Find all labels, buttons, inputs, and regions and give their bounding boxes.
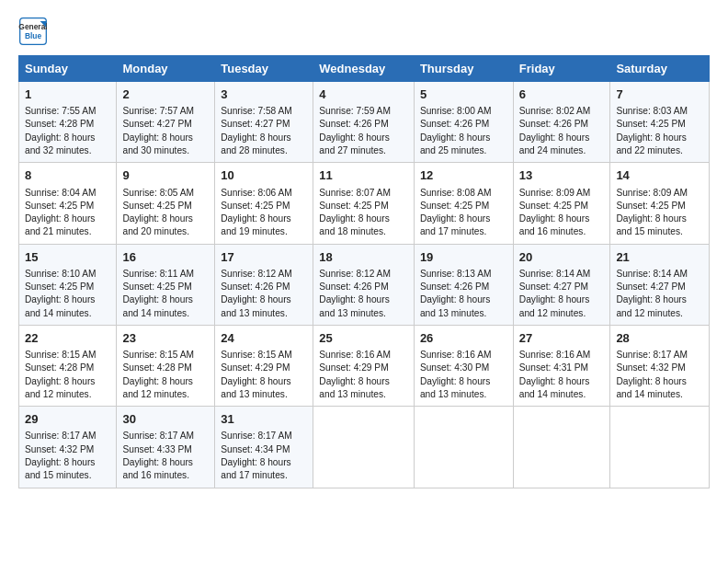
calendar-cell: 31Sunrise: 8:17 AMSunset: 4:34 PMDayligh…: [215, 407, 313, 488]
calendar-header-row: SundayMondayTuesdayWednesdayThursdayFrid…: [19, 56, 710, 82]
day-number: 17: [221, 249, 307, 266]
cell-text-line: Sunset: 4:27 PM: [519, 281, 605, 293]
cell-text-line: Sunrise: 8:15 AM: [221, 349, 307, 362]
cell-text-line: and 16 minutes.: [519, 225, 605, 238]
svg-text:Blue: Blue: [25, 31, 42, 40]
cell-text-line: Daylight: 8 hours: [122, 132, 209, 144]
cell-text-line: Sunrise: 8:10 AM: [25, 268, 110, 281]
day-number: 16: [122, 249, 209, 266]
day-number: 29: [25, 411, 110, 428]
day-number: 21: [616, 249, 703, 266]
calendar-week-row: 8Sunrise: 8:04 AMSunset: 4:25 PMDaylight…: [19, 163, 710, 244]
cell-text-line: Sunrise: 8:14 AM: [616, 268, 703, 281]
day-number: 5: [420, 86, 507, 103]
cell-text-line: Sunrise: 8:09 AM: [519, 187, 605, 200]
cell-text-line: and 13 minutes.: [319, 307, 408, 320]
cell-text-line: and 25 minutes.: [420, 144, 507, 157]
cell-text-line: Sunset: 4:26 PM: [420, 281, 507, 293]
cell-text-line: and 14 minutes.: [519, 388, 605, 401]
calendar-cell: 29Sunrise: 8:17 AMSunset: 4:32 PMDayligh…: [19, 407, 117, 488]
calendar-week-row: 22Sunrise: 8:15 AMSunset: 4:28 PMDayligh…: [19, 325, 710, 406]
calendar-cell: 17Sunrise: 8:12 AMSunset: 4:26 PMDayligh…: [215, 244, 313, 325]
cell-text-line: Sunrise: 8:11 AM: [122, 268, 209, 281]
cell-text-line: Sunset: 4:28 PM: [25, 118, 110, 131]
cell-text-line: Daylight: 8 hours: [616, 132, 703, 144]
calendar-cell: 15Sunrise: 8:10 AMSunset: 4:25 PMDayligh…: [19, 244, 117, 325]
day-number: 15: [25, 249, 110, 266]
cell-text-line: Sunrise: 7:55 AM: [25, 105, 110, 118]
day-number: 28: [616, 330, 703, 347]
cell-text-line: Sunset: 4:26 PM: [420, 118, 507, 131]
calendar-cell: 11Sunrise: 8:07 AMSunset: 4:25 PMDayligh…: [313, 163, 415, 244]
cell-text-line: Daylight: 8 hours: [25, 456, 110, 469]
calendar-cell: 18Sunrise: 8:12 AMSunset: 4:26 PMDayligh…: [313, 244, 415, 325]
cell-text-line: Daylight: 8 hours: [519, 375, 605, 388]
calendar-cell: 2Sunrise: 7:57 AMSunset: 4:27 PMDaylight…: [117, 82, 215, 163]
calendar-cell: [313, 407, 415, 488]
cell-text-line: Daylight: 8 hours: [616, 293, 703, 306]
cell-text-line: Sunset: 4:30 PM: [420, 362, 507, 374]
day-number: 18: [319, 249, 408, 266]
cell-text-line: Sunrise: 7:57 AM: [122, 105, 209, 118]
cell-text-line: Daylight: 8 hours: [519, 293, 605, 306]
cell-text-line: Sunset: 4:25 PM: [420, 200, 507, 213]
day-number: 30: [122, 411, 209, 428]
cell-text-line: Sunrise: 8:13 AM: [420, 268, 507, 281]
calendar-cell: 5Sunrise: 8:00 AMSunset: 4:26 PMDaylight…: [414, 82, 513, 163]
cell-text-line: Sunset: 4:25 PM: [122, 200, 209, 213]
cell-text-line: and 12 minutes.: [122, 388, 209, 401]
day-number: 26: [420, 330, 507, 347]
cell-text-line: and 32 minutes.: [25, 144, 110, 157]
cell-text-line: Daylight: 8 hours: [25, 375, 110, 388]
calendar-cell: 26Sunrise: 8:16 AMSunset: 4:30 PMDayligh…: [414, 325, 513, 406]
cell-text-line: Daylight: 8 hours: [616, 375, 703, 388]
day-number: 13: [519, 167, 605, 184]
calendar-cell: 9Sunrise: 8:05 AMSunset: 4:25 PMDaylight…: [117, 163, 215, 244]
cell-text-line: Sunrise: 8:17 AM: [122, 430, 209, 442]
cell-text-line: Sunrise: 8:16 AM: [319, 349, 408, 362]
cell-text-line: and 28 minutes.: [221, 144, 307, 157]
calendar-cell: 19Sunrise: 8:13 AMSunset: 4:26 PMDayligh…: [414, 244, 513, 325]
calendar-cell: 28Sunrise: 8:17 AMSunset: 4:32 PMDayligh…: [610, 325, 710, 406]
day-number: 31: [221, 411, 307, 428]
cell-text-line: Sunrise: 8:09 AM: [616, 187, 703, 200]
cell-text-line: Sunset: 4:27 PM: [122, 118, 209, 131]
cell-text-line: Sunrise: 8:07 AM: [319, 187, 408, 200]
cell-text-line: and 12 minutes.: [25, 388, 110, 401]
calendar-cell: 8Sunrise: 8:04 AMSunset: 4:25 PMDaylight…: [19, 163, 117, 244]
day-number: 25: [319, 330, 408, 347]
day-number: 4: [319, 86, 408, 103]
cell-text-line: Sunrise: 7:59 AM: [319, 105, 408, 118]
cell-text-line: Sunrise: 8:17 AM: [25, 430, 110, 442]
cell-text-line: and 17 minutes.: [420, 225, 507, 238]
day-number: 3: [221, 86, 307, 103]
cell-text-line: and 21 minutes.: [25, 225, 110, 238]
cell-text-line: Sunrise: 8:15 AM: [122, 349, 209, 362]
cell-text-line: and 13 minutes.: [319, 388, 408, 401]
cell-text-line: Sunset: 4:31 PM: [519, 362, 605, 374]
cell-text-line: Sunset: 4:25 PM: [616, 200, 703, 213]
calendar-header-day: Sunday: [19, 56, 117, 82]
cell-text-line: Sunrise: 8:12 AM: [221, 268, 307, 281]
cell-text-line: Sunrise: 8:04 AM: [25, 187, 110, 200]
calendar-cell: 30Sunrise: 8:17 AMSunset: 4:33 PMDayligh…: [117, 407, 215, 488]
cell-text-line: Sunset: 4:25 PM: [25, 281, 110, 293]
cell-text-line: Sunrise: 8:03 AM: [616, 105, 703, 118]
cell-text-line: Sunrise: 8:14 AM: [519, 268, 605, 281]
calendar-header-day: Monday: [117, 56, 215, 82]
cell-text-line: Daylight: 8 hours: [519, 213, 605, 225]
day-number: 2: [122, 86, 209, 103]
calendar-cell: [610, 407, 710, 488]
day-number: 9: [122, 167, 209, 184]
cell-text-line: Daylight: 8 hours: [519, 132, 605, 144]
cell-text-line: Sunset: 4:27 PM: [616, 281, 703, 293]
cell-text-line: Sunrise: 8:02 AM: [519, 105, 605, 118]
cell-text-line: and 24 minutes.: [519, 144, 605, 157]
cell-text-line: Sunset: 4:25 PM: [616, 118, 703, 131]
calendar-week-row: 29Sunrise: 8:17 AMSunset: 4:32 PMDayligh…: [19, 407, 710, 488]
cell-text-line: and 14 minutes.: [616, 388, 703, 401]
cell-text-line: Sunrise: 8:16 AM: [519, 349, 605, 362]
cell-text-line: and 15 minutes.: [25, 469, 110, 482]
cell-text-line: and 12 minutes.: [616, 307, 703, 320]
cell-text-line: Sunset: 4:28 PM: [25, 362, 110, 374]
